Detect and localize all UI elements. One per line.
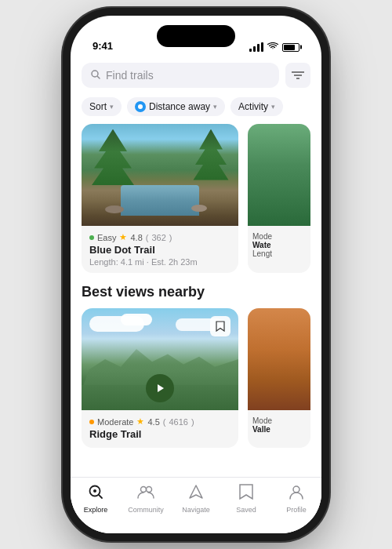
best-view-reviews-1: 4616	[169, 417, 187, 427]
best-view-difficulty-1: Moderate ★ 4.5 (4616)	[89, 416, 230, 427]
sort-chevron-icon: ▾	[110, 103, 114, 111]
difficulty-dot-1	[89, 235, 94, 240]
best-view-name-1: Ridge Trail	[89, 428, 230, 440]
best-view-name-2: Valle	[252, 425, 306, 434]
star-icon-1: ★	[119, 232, 127, 242]
trail-info-2-partial: Mode Wate Lengt	[248, 226, 310, 264]
svg-marker-11	[190, 485, 202, 498]
status-time: 9:41	[93, 40, 113, 52]
trail-name-1: Blue Dot Trail	[89, 244, 230, 256]
distance-chip-label: Distance away	[149, 101, 210, 112]
search-bar-container: Find trails	[71, 56, 321, 94]
search-placeholder: Find trails	[106, 69, 154, 82]
nav-saved[interactable]: Saved	[221, 484, 271, 514]
phone-shell: 9:41	[71, 16, 321, 533]
saved-label: Saved	[236, 506, 256, 514]
trail-info-1: Easy ★ 4.8 (362) Blue Dot Trail Length: …	[82, 226, 238, 273]
saved-icon	[239, 484, 253, 504]
trail-length-1: 4.1 mi	[121, 257, 144, 267]
svg-point-12	[293, 486, 299, 493]
dynamic-island	[157, 25, 235, 47]
sort-chip-label: Sort	[89, 101, 107, 112]
profile-label: Profile	[286, 506, 307, 514]
distance-dot-icon	[135, 101, 146, 112]
trail-card-image-1	[82, 124, 238, 226]
trail-difficulty-label-1: Easy	[97, 233, 116, 242]
explore-label: Explore	[84, 506, 108, 514]
activity-chip[interactable]: Activity ▾	[230, 97, 283, 116]
svg-marker-5	[158, 384, 164, 392]
app-content: Find trails Sort ▾	[71, 56, 321, 533]
trail-reviews-1: (	[146, 233, 149, 242]
activity-chevron-icon: ▾	[271, 103, 275, 111]
trail-card-1[interactable]: Easy ★ 4.8 (362) Blue Dot Trail Length: …	[82, 124, 238, 273]
trail-meta-1: Length: 4.1 mi · Est. 2h 23m	[89, 257, 230, 267]
battery-icon	[282, 43, 299, 52]
svg-point-9	[141, 487, 147, 493]
best-views-section-title: Best views nearby	[71, 273, 321, 308]
svg-point-0	[92, 71, 98, 77]
trail-cards-row: Easy ★ 4.8 (362) Blue Dot Trail Length: …	[71, 124, 321, 273]
bottom-nav: Explore Community	[71, 477, 321, 533]
svg-point-10	[147, 487, 152, 493]
trail-reviews-count-1: 362	[151, 233, 165, 242]
svg-point-8	[93, 489, 96, 493]
best-view-difficulty-label-1: Moderate	[97, 417, 133, 427]
best-view-image-2	[248, 308, 310, 410]
explore-icon	[88, 484, 103, 504]
trail-est-1: 2h 23m	[169, 257, 198, 267]
wifi-icon	[267, 42, 278, 52]
filter-button[interactable]	[285, 63, 310, 88]
best-view-dot-1	[89, 420, 94, 424]
community-icon	[137, 484, 154, 504]
navigate-icon	[188, 484, 204, 504]
search-icon	[91, 70, 100, 82]
best-view-info-1: Moderate ★ 4.5 (4616) Ridge Trail	[82, 410, 238, 448]
community-label: Community	[128, 506, 164, 514]
filter-chips: Sort ▾ Distance away ▾ Activity ▾	[71, 94, 321, 124]
nav-navigate[interactable]: Navigate	[171, 484, 221, 514]
trail-rating-1: 4.8	[130, 233, 142, 242]
trail-difficulty-2: Mode	[252, 232, 306, 241]
activity-chip-label: Activity	[238, 101, 268, 112]
best-view-info-2-partial: Mode Valle	[248, 410, 310, 440]
distance-chevron-icon: ▾	[213, 103, 217, 111]
best-view-card-2-partial[interactable]: Mode Valle	[248, 308, 310, 448]
best-views-cards-row: Moderate ★ 4.5 (4616) Ridge Trail Mo	[71, 308, 321, 448]
status-icons	[249, 42, 299, 52]
best-view-card-1[interactable]: Moderate ★ 4.5 (4616) Ridge Trail	[82, 308, 238, 448]
search-bar[interactable]: Find trails	[82, 63, 279, 88]
best-view-star-1: ★	[136, 416, 144, 427]
bookmark-icon[interactable]	[210, 316, 230, 336]
profile-icon	[289, 484, 304, 504]
nav-explore[interactable]: Explore	[71, 484, 121, 514]
signal-icon	[249, 42, 263, 52]
trail-meta-2: Lengt	[252, 249, 306, 258]
nav-community[interactable]: Community	[121, 484, 171, 514]
sort-chip[interactable]: Sort ▾	[82, 97, 122, 116]
best-view-difficulty-2: Mode	[252, 416, 306, 425]
distance-chip[interactable]: Distance away ▾	[127, 97, 225, 116]
nav-profile[interactable]: Profile	[271, 484, 321, 514]
svg-line-7	[99, 495, 102, 498]
main-scroll: Find trails Sort ▾	[71, 56, 321, 477]
trail-card-image-2	[248, 124, 310, 226]
trail-difficulty-1: Easy ★ 4.8 (362)	[89, 232, 230, 242]
trail-card-2-partial[interactable]: Mode Wate Lengt	[248, 124, 310, 273]
navigate-label: Navigate	[182, 506, 210, 514]
best-view-image-1	[82, 308, 238, 410]
battery-fill	[284, 45, 295, 50]
play-button[interactable]	[146, 374, 174, 402]
trail-name-2: Wate	[252, 241, 306, 249]
svg-line-1	[98, 76, 100, 78]
best-view-rating-1: 4.5	[147, 417, 159, 427]
